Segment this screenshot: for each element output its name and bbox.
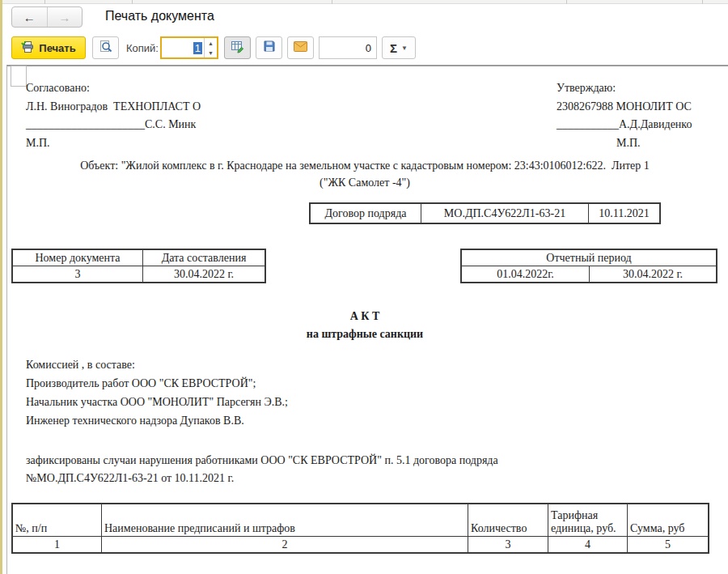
period-to-cell: 30.04.2022 г.	[590, 266, 717, 283]
chevron-down-icon: ▼	[401, 45, 408, 52]
floppy-disk-icon	[263, 40, 276, 56]
top-strip-divider	[702, 0, 703, 4]
act-subtitle: на штрафные санкции	[11, 328, 718, 341]
nav-button-group: ← →	[11, 6, 83, 28]
commission-member-2: Начальник участка ООО "МОНОЛИТ" Парсегян…	[26, 396, 288, 409]
window-top-strip	[0, 0, 728, 4]
object-line2: ("ЖК Самолет -4")	[11, 176, 718, 189]
period-title-cell: Отчетный период	[462, 250, 717, 266]
approved-label: Утверждаю:	[557, 82, 616, 95]
approved-signature-line: ___________А.Д.Давиденко	[557, 118, 692, 131]
approved-name: 2308267988 МОНОЛИТ ОС	[557, 100, 692, 113]
envelope-icon	[294, 40, 307, 55]
autosum-dropdown-button[interactable]: Σ ▼	[382, 36, 416, 59]
print-button-label: Печать	[39, 42, 75, 54]
agreed-name: Л.Н. Виноградов ТЕХНОПЛАСТ О	[26, 100, 201, 113]
doc-number-value: 3	[13, 266, 143, 283]
sum-field[interactable]: 0	[319, 36, 377, 59]
document-number-table: Номер документа Дата составления 3 30.04…	[12, 249, 265, 283]
save-button[interactable]	[256, 36, 282, 59]
window-left-strip	[0, 0, 2, 574]
top-strip-divider	[566, 0, 567, 4]
back-button[interactable]: ←	[12, 7, 48, 27]
violation-line1: зафиксированы случаи нарушения работника…	[26, 454, 498, 467]
colnum-4: 4	[548, 537, 628, 553]
page-title: Печать документа	[105, 9, 214, 23]
back-arrow-icon: ←	[23, 11, 36, 24]
contract-number-cell: МО.ДП.С4У622Л1-63-21	[421, 204, 589, 223]
top-strip-divider	[44, 0, 45, 4]
colnum-3: 3	[468, 537, 548, 553]
forward-arrow-icon: →	[58, 11, 70, 24]
preview-button[interactable]	[92, 36, 119, 59]
approved-stamp: М.П.	[616, 137, 641, 150]
agreed-stamp: М.П.	[26, 137, 50, 150]
penalties-colnum-row: 1 2 3 4 5	[13, 537, 709, 553]
col-header-tariff: Тарифная единица, руб.	[548, 504, 628, 537]
sigma-icon: Σ	[390, 41, 397, 55]
stepper-buttons: ▲ ▼	[204, 38, 217, 57]
print-button[interactable]: Печать	[11, 36, 86, 59]
col-header-qty: Количество	[468, 504, 548, 537]
commission-intro: Комиссией , в составе:	[26, 359, 135, 372]
col-header-name: Наименование предписаний и штрафов	[102, 504, 468, 537]
stepper-up-icon[interactable]: ▲	[205, 38, 217, 48]
table-edit-icon	[231, 40, 244, 57]
forward-button[interactable]: →	[48, 7, 83, 27]
edit-table-button[interactable]	[224, 36, 251, 59]
sum-field-value: 0	[366, 42, 371, 54]
colnum-2: 2	[102, 537, 468, 553]
copies-stepper[interactable]: 1 ▲ ▼	[160, 36, 218, 59]
act-title: А К Т	[11, 310, 718, 323]
stepper-down-icon[interactable]: ▼	[205, 48, 217, 57]
commission-member-3: Инженер технического надзора Дупаков В.В…	[26, 415, 244, 427]
report-period-table: Отчетный период 01.04.2022г. 30.04.2022 …	[461, 249, 717, 283]
penalties-header-row: №, п/п Наименование предписаний и штрафо…	[13, 504, 709, 537]
col-header-num: №, п/п	[13, 504, 102, 537]
printer-icon	[21, 40, 34, 56]
contract-table: Договор подряда МО.ДП.С4У622Л1-63-21 10.…	[310, 203, 660, 223]
colnum-5: 5	[628, 537, 709, 553]
copies-label: Копий:	[126, 42, 159, 54]
cell-cursor	[11, 66, 27, 87]
send-email-button[interactable]	[287, 36, 314, 59]
colnum-1: 1	[13, 537, 102, 553]
print-document-window: ← → Печать документа Печать Копий:	[0, 0, 728, 574]
penalties-table: №, п/п Наименование предписаний и штрафо…	[12, 504, 709, 553]
doc-date-header: Дата составления	[143, 250, 265, 266]
doc-date-value: 30.04.2022 г.	[143, 266, 265, 283]
preview-magnifier-icon	[99, 40, 112, 57]
col-header-sum: Сумма, руб	[628, 504, 709, 537]
commission-member-1: Производитель работ ООО "СК ЕВРОСТРОЙ";	[26, 377, 256, 390]
object-line1: Объект: "Жилой комплекс в г. Краснодаре …	[11, 159, 718, 172]
doc-number-header: Номер документа	[13, 250, 143, 266]
contract-date-cell: 10.11.2021	[589, 204, 660, 223]
top-strip-divider	[132, 0, 133, 4]
agreed-signature-line: _____________________С.С. Минк	[26, 118, 196, 131]
period-from-cell: 01.04.2022г.	[462, 266, 590, 283]
violation-line2: №МО.ДП.С4У622Л1-63-21 от 10.11.2021 г.	[26, 472, 234, 485]
agreed-label: Согласовано:	[26, 82, 90, 95]
copies-value[interactable]: 1	[162, 38, 204, 57]
top-strip-divider	[332, 0, 332, 4]
contract-label-cell: Договор подряда	[311, 204, 421, 223]
